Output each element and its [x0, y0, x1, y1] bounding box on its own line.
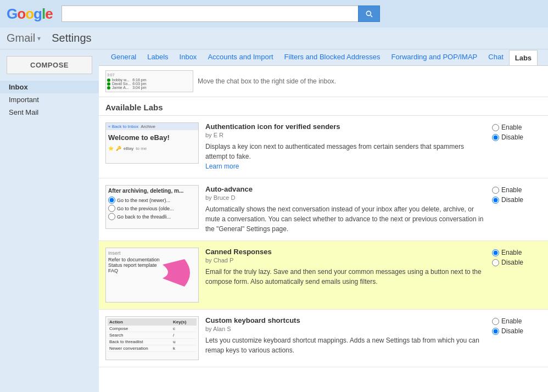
lab-auth-desc: Displays a key icon next to authenticate… — [205, 142, 485, 171]
search-input[interactable] — [61, 5, 358, 22]
lab-canned-author: by Chad P — [205, 257, 485, 264]
lab-auth-info: Authentication icon for verified senders… — [205, 122, 485, 171]
lab-keyboard-desc: Lets you customize keyboard shortcut map… — [205, 335, 485, 355]
lab-item-auto-advance: After archiving, deleting, m... Go to th… — [99, 178, 548, 241]
tab-forwarding[interactable]: Forwarding and POP/IMAP — [385, 49, 483, 65]
tab-labels[interactable]: Labels — [142, 49, 174, 65]
labs-preview-image: 3:07 bobby w... 6:16 pm David So... 6:03… — [105, 70, 193, 92]
sidebar-item-sent-mail[interactable]: Sent Mail — [0, 106, 99, 119]
lab-canned-controls: Enable Disable — [492, 248, 541, 303]
lab-auto-advance-author: by Bruce D — [205, 194, 485, 201]
tab-chat[interactable]: Chat — [483, 49, 508, 65]
lab-item-keyboard-shortcuts: Action Key(s) Compose c Search / Back — [99, 310, 548, 367]
lab-auth-enable-radio[interactable] — [492, 124, 499, 131]
tab-filters[interactable]: Filters and Blocked Addresses — [279, 49, 386, 65]
lab-auth-title: Authentication icon for verified senders — [205, 122, 485, 131]
lab-keyboard-controls: Enable Disable — [492, 316, 541, 360]
lab-canned-enable-label[interactable]: Enable — [492, 249, 522, 256]
lab-item-canned-responses: Insert Refer to documentation Status rep… — [99, 241, 548, 310]
search-bar — [61, 5, 380, 22]
gmail-dropdown-arrow: ▾ — [37, 35, 41, 42]
gmail-label[interactable]: Gmail ▾ — [7, 32, 41, 44]
available-labs-heading: Available Labs — [99, 97, 548, 116]
lab-auto-advance-disable-radio[interactable] — [492, 197, 499, 204]
lab-canned-enable-radio[interactable] — [492, 249, 499, 256]
lab-keyboard-preview: Action Key(s) Compose c Search / Back — [105, 316, 199, 360]
lab-auto-advance-controls: Enable Disable — [492, 185, 541, 234]
lab-canned-disable-label[interactable]: Disable — [492, 259, 523, 266]
lab-auth-enable-label[interactable]: Enable — [492, 124, 522, 131]
lab-canned-disable-radio[interactable] — [492, 259, 499, 266]
labs-preview-row: 3:07 bobby w... 6:16 pm David So... 6:03… — [99, 66, 548, 97]
lab-keyboard-info: Custom keyboard shortcuts by Alan S Lets… — [205, 316, 485, 360]
lab-keyboard-author: by Alan S — [205, 326, 485, 332]
tab-accounts-import[interactable]: Accounts and Import — [202, 49, 278, 65]
settings-tabs: General Labels Inbox Accounts and Import… — [99, 49, 548, 66]
lab-auth-author: by E R — [205, 132, 485, 138]
lab-auto-advance-info: Auto-advance by Bruce D Automatically sh… — [205, 185, 485, 234]
lab-auto-advance-title: Auto-advance — [205, 185, 485, 193]
lab-auth-learn-more[interactable]: Learn more — [205, 163, 239, 170]
content-area: General Labels Inbox Accounts and Import… — [99, 49, 548, 392]
lab-item-auth-icon: « Back to Inbox Archive Welcome to eBay!… — [99, 116, 548, 178]
lab-auth-controls: Enable Disable — [492, 122, 541, 171]
lab-auto-advance-enable-radio[interactable] — [492, 187, 499, 194]
labs-preview-text: Move the chat box to the right side of t… — [198, 77, 336, 85]
lab-auth-preview: « Back to Inbox Archive Welcome to eBay!… — [105, 122, 199, 171]
compose-button[interactable]: COMPOSE — [7, 56, 92, 74]
top-bar: Google — [0, 0, 548, 27]
lab-auto-advance-preview: After archiving, deleting, m... Go to th… — [105, 185, 199, 234]
gmail-text: Gmail — [7, 32, 35, 44]
inbox-label: Inbox — [9, 83, 28, 91]
lab-auth-disable-label[interactable]: Disable — [492, 133, 523, 141]
lab-canned-title: Canned Responses — [205, 248, 485, 256]
tab-labs[interactable]: Labs — [509, 50, 538, 66]
lab-keyboard-disable-radio[interactable] — [492, 328, 499, 335]
sent-mail-label: Sent Mail — [9, 108, 38, 116]
sidebar-item-inbox[interactable]: Inbox — [0, 81, 99, 93]
lab-canned-preview: Insert Refer to documentation Status rep… — [105, 248, 199, 303]
google-logo: Google — [7, 5, 53, 23]
lab-canned-desc: Email for the truly lazy. Save and then … — [205, 267, 485, 287]
search-button[interactable] — [358, 5, 380, 22]
lab-auto-advance-desc: Automatically shows the next conversatio… — [205, 204, 485, 234]
lab-keyboard-disable-label[interactable]: Disable — [492, 327, 523, 335]
gmail-header: Gmail ▾ Settings — [0, 27, 548, 49]
lab-keyboard-enable-radio[interactable] — [492, 318, 499, 325]
important-label: Important — [9, 96, 39, 104]
lab-auto-advance-disable-label[interactable]: Disable — [492, 196, 523, 204]
lab-auto-advance-enable-label[interactable]: Enable — [492, 186, 522, 194]
settings-title: Settings — [52, 32, 91, 44]
lab-canned-info: Canned Responses by Chad P Email for the… — [205, 248, 485, 303]
sidebar: COMPOSE Inbox Important Sent Mail — [0, 49, 99, 392]
lab-keyboard-enable-label[interactable]: Enable — [492, 317, 522, 325]
tab-inbox[interactable]: Inbox — [174, 49, 203, 65]
search-icon — [365, 9, 373, 18]
main-layout: COMPOSE Inbox Important Sent Mail Genera… — [0, 49, 548, 392]
lab-keyboard-title: Custom keyboard shortcuts — [205, 316, 485, 324]
lab-auth-disable-radio[interactable] — [492, 134, 499, 141]
sidebar-item-important[interactable]: Important — [0, 93, 99, 106]
tab-general[interactable]: General — [105, 49, 142, 65]
